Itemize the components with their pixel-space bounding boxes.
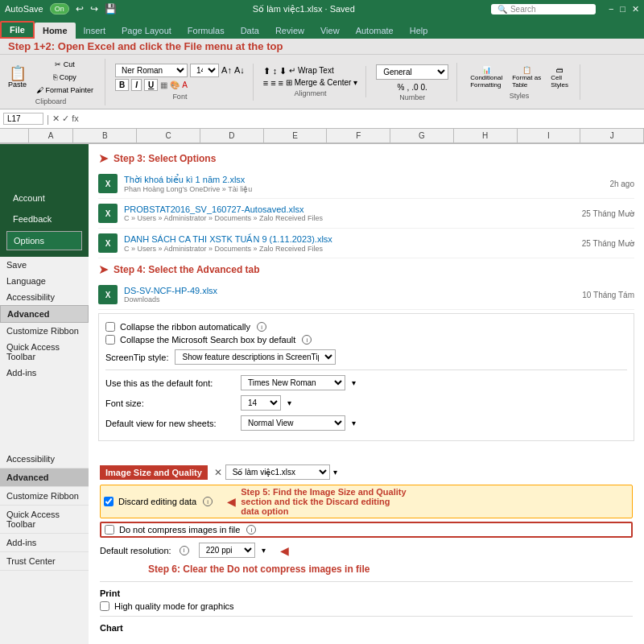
col-header-e[interactable]: E [264, 129, 328, 142]
default-view-select[interactable]: Normal View [241, 415, 345, 431]
close-icon[interactable]: ✕ [632, 4, 639, 14]
align-bottom-icon[interactable]: ⬇ [279, 66, 287, 76]
sidebar-item-save[interactable]: Save [0, 257, 89, 273]
font-size-select[interactable]: 14 [190, 64, 219, 77]
autosave-toggle[interactable]: On [50, 3, 69, 14]
col-header-h[interactable]: H [454, 129, 518, 142]
format-painter-button[interactable]: 🖌 Format Painter [33, 85, 97, 96]
paste-button[interactable]: 📋 Paste [5, 64, 30, 90]
tab-automate[interactable]: Automate [348, 23, 402, 39]
cancel-formula-icon[interactable]: ✕ [52, 114, 60, 124]
cell-reference-input[interactable] [3, 113, 43, 125]
tab-file[interactable]: File [0, 21, 35, 39]
cut-button[interactable]: ✂ Cut [33, 59, 97, 70]
maximize-icon[interactable]: □ [620, 4, 625, 14]
tab-review[interactable]: Review [267, 23, 312, 39]
quick-save-icon[interactable]: 💾 [105, 3, 117, 14]
sidebar-item-accessibility[interactable]: Accessibility [0, 289, 89, 305]
underline-button[interactable]: U [144, 79, 158, 91]
fill-color-icon[interactable]: 🎨 [170, 80, 180, 89]
do-not-compress-info-icon[interactable]: i [246, 525, 256, 535]
tab-home[interactable]: Home [35, 23, 76, 39]
tab-page-layout[interactable]: Page Layout [114, 23, 180, 39]
sidebar-item-feedback[interactable]: Feedback [6, 210, 82, 228]
tab-insert[interactable]: Insert [76, 23, 114, 39]
number-format-select[interactable]: General [376, 64, 448, 80]
col-header-d[interactable]: D [200, 129, 264, 142]
align-top-icon[interactable]: ⬆ [263, 66, 270, 76]
recent-file-2[interactable]: X PROBSTAT2016_SV_160727-Autosaved.xlsx … [98, 199, 634, 229]
collapse-search-checkbox[interactable] [105, 335, 115, 345]
sidebar-item-options[interactable]: Options [6, 231, 82, 250]
tab-help[interactable]: Help [402, 23, 436, 39]
font-name-select[interactable]: Ner Roman [115, 64, 188, 77]
sidebar-item-advanced[interactable]: Advanced [0, 305, 89, 323]
resolution-info-icon[interactable]: i [180, 546, 189, 555]
tab-view[interactable]: View [312, 23, 348, 39]
italic-button[interactable]: I [131, 79, 142, 91]
comma-icon[interactable]: , [407, 83, 409, 92]
collapse-ribbon-checkbox[interactable] [105, 322, 115, 332]
recent-file-3[interactable]: X DANH SÁCH CA THI XSTK TUẦN 9 (1.11.202… [98, 229, 634, 258]
file-select[interactable]: Số làm việc1.xlsx [225, 464, 330, 480]
formula-input[interactable] [82, 114, 641, 124]
sidebar-item-language[interactable]: Language [0, 273, 89, 289]
increase-font-icon[interactable]: A↑ [221, 65, 232, 75]
bottom-sidebar-trust-center[interactable]: Trust Center [0, 552, 89, 571]
percent-icon[interactable]: % [397, 83, 404, 92]
resolution-select[interactable]: 220 ppi [199, 543, 255, 558]
confirm-formula-icon[interactable]: ✓ [62, 114, 69, 124]
high-quality-checkbox[interactable] [100, 601, 109, 611]
sidebar-item-customize-ribbon[interactable]: Customize Ribbon [0, 323, 89, 339]
recent-file-4[interactable]: X DS-SV-NCF-HP-49.xlsx Downloads 10 Thán… [98, 280, 634, 310]
decrease-font-icon[interactable]: A↓ [234, 65, 245, 75]
bottom-sidebar-advanced[interactable]: Advanced [0, 469, 89, 487]
col-header-j[interactable]: J [580, 129, 644, 142]
sidebar-item-quick-access[interactable]: Quick Access Toolbar [0, 339, 89, 365]
font-size-option-select[interactable]: 14 [241, 395, 281, 411]
bold-button[interactable]: B [115, 79, 129, 91]
col-header-i[interactable]: I [518, 129, 581, 142]
bottom-sidebar-accessibility[interactable]: Accessibility [0, 450, 89, 469]
recent-file-1[interactable]: X Thời khoá biểu kì 1 năm 2.xlsx Phan Ho… [98, 169, 634, 199]
screentip-select[interactable]: Show feature descriptions in ScreenTips [175, 349, 336, 365]
discard-editing-info-icon[interactable]: i [203, 497, 213, 506]
discard-editing-checkbox[interactable] [104, 497, 114, 506]
align-center-icon[interactable]: ≡ [270, 78, 275, 88]
bottom-sidebar-customize-ribbon[interactable]: Customize Ribbon [0, 487, 89, 506]
align-left-icon[interactable]: ≡ [263, 78, 268, 88]
align-right-icon[interactable]: ≡ [279, 78, 283, 88]
search-box[interactable]: 🔍 Search [491, 4, 596, 14]
default-font-select[interactable]: Times New Roman [241, 375, 345, 390]
font-color-icon[interactable]: A [182, 80, 188, 89]
sidebar-item-add-ins[interactable]: Add-ins [0, 365, 89, 381]
merge-center-icon[interactable]: ⊞ Merge & Center ▾ [286, 78, 357, 88]
align-middle-icon[interactable]: ↕ [273, 66, 278, 76]
tab-formulas[interactable]: Formulas [180, 23, 233, 39]
border-icon[interactable]: ▦ [160, 80, 167, 89]
bottom-sidebar-quick-access[interactable]: Quick Access Toolbar [0, 506, 89, 534]
wrap-text-icon[interactable]: ↵ Wrap Text [289, 66, 333, 76]
cell-styles-button[interactable]: 🗃 CellStyles [547, 64, 572, 90]
bottom-sidebar-add-ins[interactable]: Add-ins [0, 534, 89, 552]
decrease-decimal-icon[interactable]: 0. [421, 83, 427, 92]
do-not-compress-checkbox[interactable] [105, 525, 114, 535]
minimize-icon[interactable]: − [609, 4, 613, 14]
col-header-b[interactable]: B [73, 129, 137, 142]
copy-button[interactable]: ⎘ Copy [33, 72, 97, 83]
col-header-c[interactable]: C [137, 129, 200, 142]
col-header-f[interactable]: F [327, 129, 390, 142]
collapse-ribbon-info-icon[interactable]: i [257, 322, 266, 332]
increase-decimal-icon[interactable]: .0 [411, 83, 418, 92]
format-as-table-button[interactable]: 📋 Format asTable [509, 64, 544, 90]
sidebar-item-account[interactable]: Account [6, 189, 82, 207]
col-header-a[interactable]: A [29, 129, 73, 142]
corner-cell[interactable] [0, 129, 29, 142]
tab-data[interactable]: Data [233, 23, 267, 39]
collapse-search-info-icon[interactable]: i [302, 335, 312, 345]
undo-icon[interactable]: ↩ [76, 3, 84, 14]
col-header-g[interactable]: G [390, 129, 454, 142]
close-x-icon[interactable]: ✕ [214, 467, 222, 478]
redo-icon[interactable]: ↪ [90, 3, 98, 14]
conditional-formatting-button[interactable]: 📊 ConditionalFormatting [467, 64, 506, 90]
